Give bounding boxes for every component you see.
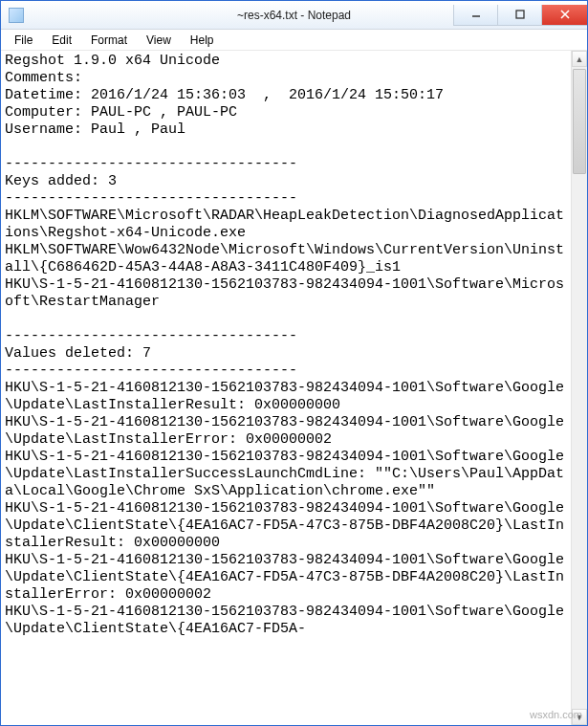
text-editor[interactable]: Regshot 1.9.0 x64 Unicode Comments: Date… — [1, 51, 571, 725]
menu-file[interactable]: File — [5, 32, 42, 49]
menu-help[interactable]: Help — [181, 32, 224, 49]
scroll-down-button[interactable]: ▼ — [572, 709, 587, 725]
app-icon — [9, 8, 24, 23]
window-controls — [453, 5, 587, 26]
close-button[interactable] — [541, 5, 587, 26]
vertical-scrollbar[interactable]: ▲ ▼ — [571, 51, 587, 725]
content-area: Regshot 1.9.0 x64 Unicode Comments: Date… — [1, 51, 587, 725]
svg-rect-1 — [516, 11, 524, 18]
scroll-thumb[interactable] — [573, 69, 586, 174]
maximize-button[interactable] — [497, 5, 541, 26]
menu-format[interactable]: Format — [81, 32, 137, 49]
titlebar[interactable]: ~res-x64.txt - Notepad — [1, 1, 587, 30]
scroll-up-button[interactable]: ▲ — [572, 51, 587, 67]
notepad-window: ~res-x64.txt - Notepad File Edit Format … — [0, 0, 588, 726]
menu-view[interactable]: View — [137, 32, 181, 49]
menubar: File Edit Format View Help — [1, 30, 587, 51]
scroll-track[interactable] — [572, 67, 587, 709]
menu-edit[interactable]: Edit — [42, 32, 81, 49]
minimize-button[interactable] — [453, 5, 497, 26]
